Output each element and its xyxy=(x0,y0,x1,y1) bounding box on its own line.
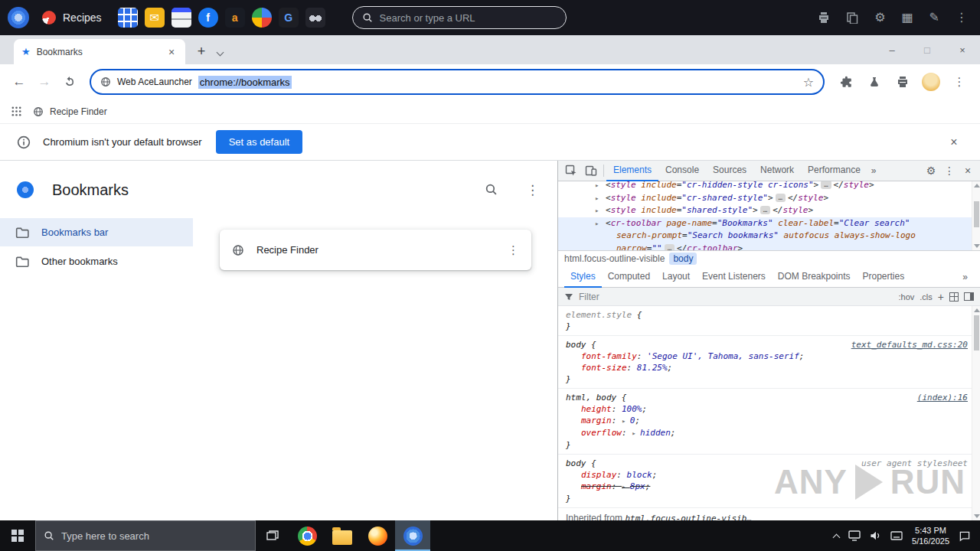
hidden-icons-chevron[interactable] xyxy=(833,533,841,541)
tab-close-icon[interactable]: × xyxy=(165,46,178,58)
taskbar-app-firefox[interactable] xyxy=(360,520,395,551)
binoculars-shortcut-icon[interactable] xyxy=(305,8,325,28)
action-center-icon[interactable] xyxy=(959,530,971,542)
elements-tree[interactable]: ▸<style include="cr-hidden-style cr-icon… xyxy=(558,181,980,250)
dom-node-selected[interactable]: ▸<cr-toolbar page-name="Bookmarks" clear… xyxy=(558,217,980,230)
bookmark-item-menu-icon[interactable]: ⋮ xyxy=(508,243,519,257)
css-selector[interactable]: html, body xyxy=(566,393,616,403)
minimize-button[interactable]: – xyxy=(874,44,910,56)
css-property[interactable]: height: 100%; xyxy=(566,403,980,415)
news-shortcut-icon[interactable] xyxy=(172,8,191,28)
sidebar-item-bookmarks-bar[interactable]: Bookmarks bar xyxy=(0,218,193,246)
tab-dom-breakpoints[interactable]: DOM Breakpoints xyxy=(772,266,857,288)
expand-arrow-icon[interactable]: ▸ xyxy=(595,192,599,205)
sidebar-item-other-bookmarks[interactable]: Other bookmarks xyxy=(0,247,193,276)
taskbar-search-input[interactable] xyxy=(61,530,247,542)
more-tabs-icon[interactable]: » xyxy=(867,165,880,176)
set-as-default-button[interactable]: Set as default xyxy=(216,130,303,154)
more-sidebar-tabs-icon[interactable]: » xyxy=(962,272,974,282)
taskbar-app-chrome[interactable] xyxy=(289,520,325,551)
table-shortcut-icon[interactable] xyxy=(118,8,138,28)
devtools-tab-performance[interactable]: Performance xyxy=(801,161,867,181)
taskbar-clock[interactable]: 5:43 PM 5/16/2025 xyxy=(912,525,949,546)
inherited-element-link[interactable]: html.focus-outline-visib… xyxy=(625,514,752,520)
devtools-menu-icon[interactable]: ⋮ xyxy=(940,161,959,181)
taskbar-search[interactable] xyxy=(35,520,256,551)
tab-search-chevron-icon[interactable] xyxy=(217,49,224,57)
bookmark-item-card[interactable]: Recipe Finder ⋮ xyxy=(220,230,531,270)
css-selector[interactable]: body xyxy=(566,458,586,468)
launcher-menu-icon[interactable]: ⋮ xyxy=(956,11,968,24)
stylesheet-source-link[interactable]: (index):16 xyxy=(917,393,968,403)
chromium-logo-icon[interactable] xyxy=(8,7,29,28)
dom-node-selected[interactable]: search-prompt="Search bookmarks" autofoc… xyxy=(558,230,980,243)
new-style-rule-icon[interactable]: + xyxy=(938,291,944,303)
facebook-shortcut-icon[interactable]: f xyxy=(198,8,218,28)
back-button[interactable]: ← xyxy=(8,70,31,93)
dom-node[interactable]: ▸<style include="cr-shared-style">…</sty… xyxy=(558,192,980,205)
address-bar[interactable]: Web AceLauncher chrome://bookmarks ☆ xyxy=(90,69,825,95)
print-button[interactable] xyxy=(890,70,916,94)
keyboard-icon[interactable] xyxy=(890,531,903,540)
design-tools-icon[interactable]: ✎ xyxy=(929,11,939,24)
google-shortcut-icon[interactable]: G xyxy=(279,8,299,28)
breadcrumb-html[interactable]: html.focus-outline-visible xyxy=(564,253,665,264)
gear-icon[interactable]: ⚙ xyxy=(874,11,885,24)
tab-styles[interactable]: Styles xyxy=(564,266,602,288)
devtools-tab-console[interactable]: Console xyxy=(658,161,706,181)
devtools-tab-elements[interactable]: Elements xyxy=(606,161,658,181)
reload-button[interactable] xyxy=(58,70,81,93)
launcher-search[interactable] xyxy=(352,6,567,29)
taskbar-app-explorer[interactable] xyxy=(325,520,360,551)
tab-properties[interactable]: Properties xyxy=(857,266,911,288)
device-toolbar-icon[interactable] xyxy=(581,161,601,181)
pseudo-state-toggle[interactable]: :hov xyxy=(899,292,915,302)
maximize-button[interactable]: □ xyxy=(910,44,945,56)
task-view-button[interactable] xyxy=(256,520,289,551)
pinwheel-shortcut-icon[interactable] xyxy=(252,8,272,28)
css-property[interactable]: display: block; xyxy=(566,469,980,481)
dom-node[interactable]: narrow=""…</cr-toolbar> xyxy=(558,243,980,251)
calculator-grid-icon[interactable]: ▦ xyxy=(901,11,913,24)
tab-layout[interactable]: Layout xyxy=(656,266,696,288)
profile-button[interactable] xyxy=(918,70,944,94)
breadcrumb-body[interactable]: body xyxy=(669,253,697,265)
tab-event-listeners[interactable]: Event Listeners xyxy=(696,266,772,288)
bookmark-recipe-finder[interactable]: Recipe Finder xyxy=(33,106,107,117)
inspect-element-icon[interactable] xyxy=(561,161,581,181)
tab-bookmarks[interactable]: ★ Bookmarks × xyxy=(14,39,185,64)
amazon-shortcut-icon[interactable]: a xyxy=(225,8,245,28)
dom-node[interactable]: ▸<style include="cr-hidden-style cr-icon… xyxy=(558,181,980,192)
extensions-button[interactable] xyxy=(833,70,859,94)
dom-node[interactable]: ▸<style include="shared-style">…</style> xyxy=(558,204,980,217)
page-menu-icon[interactable]: ⋮ xyxy=(526,182,539,198)
computed-panel-icon[interactable] xyxy=(964,292,974,301)
elements-scrollbar[interactable] xyxy=(972,181,980,250)
copy-pages-icon[interactable] xyxy=(846,11,858,24)
stylesheet-source-link[interactable]: text_defaults_md.css:20 xyxy=(851,340,968,350)
volume-icon[interactable] xyxy=(870,530,881,541)
network-icon[interactable] xyxy=(848,530,861,541)
apps-grid-icon[interactable] xyxy=(11,106,22,117)
printer-icon[interactable] xyxy=(818,11,830,24)
new-tab-button[interactable]: + xyxy=(191,41,211,61)
mail-shortcut-icon[interactable]: ✉ xyxy=(145,8,165,28)
css-property[interactable]: overflow: ▸ hidden; xyxy=(566,427,980,439)
css-property[interactable]: font-family: 'Segoe UI', Tahoma, sans-se… xyxy=(566,350,980,362)
devtools-tab-sources[interactable]: Sources xyxy=(706,161,753,181)
devtools-settings-icon[interactable]: ⚙ xyxy=(922,161,940,181)
browser-menu-button[interactable]: ⋮ xyxy=(946,70,972,94)
css-selector[interactable]: body xyxy=(566,340,586,350)
tab-computed[interactable]: Computed xyxy=(602,266,656,288)
grid-overlay-icon[interactable] xyxy=(949,292,959,302)
css-property[interactable]: margin: ▸ 0; xyxy=(566,415,980,427)
expand-arrow-icon[interactable]: ▸ xyxy=(595,204,599,217)
forward-button[interactable]: → xyxy=(33,70,56,93)
styles-scrollbar[interactable] xyxy=(972,306,980,520)
close-window-button[interactable]: × xyxy=(945,44,980,56)
launcher-search-input[interactable] xyxy=(380,12,557,24)
taskbar-app-chromium-active[interactable] xyxy=(395,520,430,551)
devtools-close-icon[interactable]: × xyxy=(959,161,977,181)
styles-pane[interactable]: element.style {}body {text_defaults_md.c… xyxy=(558,306,980,520)
page-search-button[interactable] xyxy=(485,183,498,199)
